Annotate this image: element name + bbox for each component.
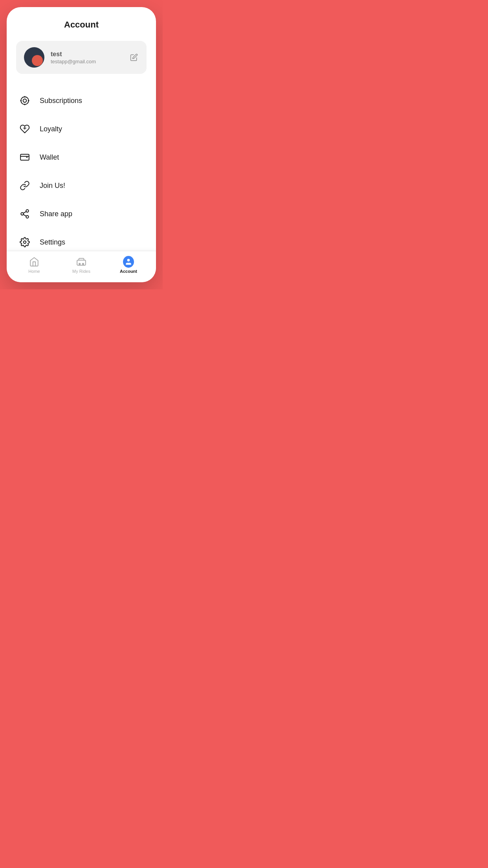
- svg-point-16: [127, 259, 130, 261]
- svg-rect-13: [77, 260, 86, 265]
- share-app-label: Share app: [40, 210, 72, 218]
- loyalty-label: Loyalty: [40, 125, 62, 133]
- home-nav-label: Home: [28, 269, 40, 274]
- loyalty-icon: [18, 122, 32, 136]
- my-rides-nav-label: My Rides: [72, 269, 90, 274]
- nav-my-rides[interactable]: My Rides: [58, 256, 105, 274]
- page-title: Account: [16, 20, 147, 30]
- bottom-navigation: Home My Rides: [7, 251, 156, 282]
- menu-item-join-us[interactable]: Join Us!: [16, 171, 147, 200]
- join-us-label: Join Us!: [40, 182, 65, 190]
- subscriptions-label: Subscriptions: [40, 97, 82, 105]
- content-area: Account test testapp@gmail.com: [7, 7, 156, 251]
- avatar: [24, 47, 44, 68]
- svg-point-14: [79, 263, 80, 264]
- svg-rect-6: [20, 154, 29, 160]
- nav-account[interactable]: Account: [105, 256, 152, 274]
- home-icon: [29, 256, 40, 267]
- svg-line-10: [23, 215, 26, 216]
- svg-point-15: [83, 263, 84, 264]
- join-icon: [18, 178, 32, 193]
- menu-item-settings[interactable]: Settings: [16, 228, 147, 251]
- wallet-icon: [18, 150, 32, 164]
- account-nav-icon: [123, 256, 134, 267]
- subscriptions-icon: [18, 94, 32, 108]
- menu-list: Subscriptions Loyalty: [16, 86, 147, 251]
- edit-profile-button[interactable]: [129, 53, 139, 62]
- menu-item-share-app[interactable]: Share app: [16, 200, 147, 228]
- svg-point-12: [24, 241, 26, 244]
- settings-icon: [18, 235, 32, 249]
- profile-name: test: [51, 51, 129, 58]
- menu-item-subscriptions[interactable]: Subscriptions: [16, 86, 147, 115]
- share-icon: [18, 207, 32, 221]
- nav-home[interactable]: Home: [11, 256, 58, 274]
- avatar-decoration: [32, 55, 43, 66]
- phone-frame: Account test testapp@gmail.com: [7, 7, 156, 282]
- profile-card[interactable]: test testapp@gmail.com: [16, 41, 147, 74]
- profile-email: testapp@gmail.com: [51, 59, 129, 64]
- menu-item-wallet[interactable]: Wallet: [16, 143, 147, 171]
- svg-point-1: [23, 99, 27, 103]
- menu-item-loyalty[interactable]: Loyalty: [16, 115, 147, 143]
- my-rides-icon: [76, 256, 87, 267]
- wallet-label: Wallet: [40, 153, 59, 162]
- svg-point-0: [21, 97, 29, 105]
- settings-label: Settings: [40, 238, 65, 246]
- svg-line-11: [23, 211, 26, 213]
- account-nav-label: Account: [120, 269, 137, 274]
- profile-info: test testapp@gmail.com: [51, 51, 129, 64]
